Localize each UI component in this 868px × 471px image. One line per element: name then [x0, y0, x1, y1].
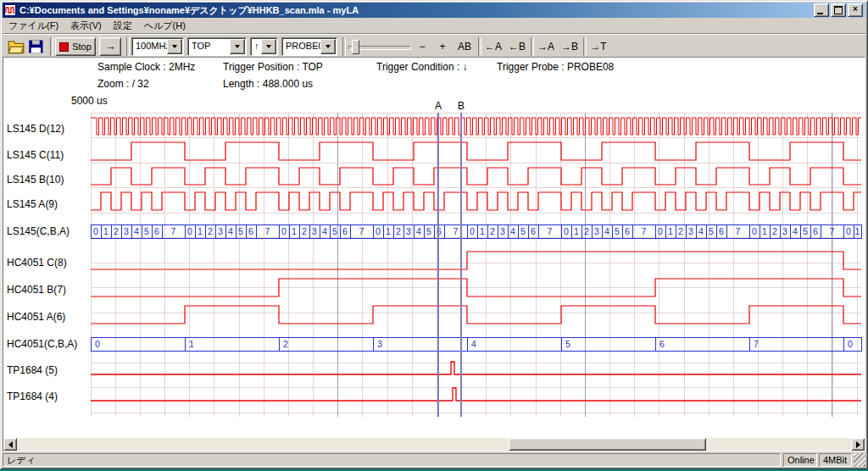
trigger-position-value: TOP [192, 41, 210, 51]
channel-label: HC4051 A(6) [7, 311, 89, 323]
app-window: C:¥Documents and Settings¥noname¥デスクトップ¥… [0, 0, 868, 469]
sample-clock-info: Sample Clock : 2MHz [97, 61, 195, 73]
chevron-down-icon [172, 45, 177, 48]
menu-file[interactable]: ファイル(F) [3, 18, 64, 34]
chevron-down-icon [326, 45, 331, 48]
toolbar-separator [583, 37, 587, 56]
goto-cursor-a-right-button[interactable]: →A [535, 37, 557, 56]
channel-label: TP1684 (4) [7, 391, 89, 402]
trigger-position-info: Trigger Position : TOP [223, 61, 323, 73]
sample-clock-combo[interactable]: 100MHz [131, 37, 184, 56]
length-info: Length : 488.000 us [223, 78, 313, 90]
trigger-edge-value: ↑ [254, 41, 259, 51]
combo-dropdown-button[interactable] [167, 39, 182, 54]
goto-cursor-b-left-button[interactable]: ←B [506, 37, 528, 56]
cursor-b-label[interactable]: B [456, 100, 466, 112]
toolbar-separator [126, 37, 130, 56]
trigger-position-combo[interactable]: TOP [187, 37, 247, 56]
maximize-button[interactable] [831, 3, 846, 17]
trigger-probe-info: Trigger Probe : PROBE08 [497, 61, 614, 73]
zoom-slider[interactable] [348, 37, 411, 56]
timebase-label: 5000 us [71, 95, 108, 107]
close-button[interactable]: × [848, 3, 863, 17]
open-file-icon[interactable] [8, 37, 25, 56]
arrow-left-icon [8, 441, 13, 448]
maximize-icon [834, 6, 843, 14]
goto-cursor-b-right-button[interactable]: →B [559, 37, 581, 56]
channel-label: HC4051 C(8) [7, 257, 89, 269]
scroll-right-button[interactable] [851, 438, 865, 451]
stop-label: Stop [72, 42, 92, 52]
menu-view[interactable]: 表示(V) [64, 18, 108, 34]
arrow-right-icon [856, 441, 860, 448]
chevron-down-icon [266, 45, 271, 48]
trigger-condition-info: Trigger Condition : ↓ [376, 61, 468, 73]
channel-label: LS145 B(10) [7, 174, 89, 186]
toolbar: Stop → 100MHz TOP ↑ PROBE00 − + AB ←A [3, 34, 865, 58]
zoom-out-button[interactable]: − [413, 37, 431, 56]
combo-dropdown-button[interactable] [261, 39, 276, 54]
scroll-left-button[interactable] [3, 438, 17, 451]
chevron-down-icon [235, 45, 240, 48]
cursor-a-label[interactable]: A [433, 100, 443, 112]
trigger-edge-combo[interactable]: ↑ [250, 37, 278, 56]
slider-thumb[interactable] [352, 40, 359, 54]
stop-icon [59, 42, 69, 52]
channel-label: LS145 A(9) [7, 198, 89, 210]
trigger-probe-combo[interactable]: PROBE00 [281, 37, 337, 56]
channel-label: HC4051 B(7) [7, 284, 89, 296]
resize-grip[interactable] [854, 453, 865, 467]
zoom-ab-button[interactable]: AB [453, 37, 476, 56]
goto-trigger-button[interactable]: →T [587, 37, 609, 56]
toolbar-separator [342, 37, 346, 56]
scrollbar-thumb[interactable] [509, 438, 706, 451]
toolbar-separator [478, 37, 481, 56]
run-next-button[interactable]: → [99, 37, 121, 56]
zoom-in-button[interactable]: + [433, 37, 452, 56]
window-title: C:¥Documents and Settings¥noname¥デスクトップ¥… [19, 4, 814, 17]
horizontal-scrollbar[interactable] [3, 438, 865, 451]
stop-button[interactable]: Stop [55, 37, 96, 56]
toolbar-separator [531, 37, 534, 56]
status-ready: レディ [3, 453, 781, 467]
waveform-client-area [3, 57, 865, 452]
channel-label: TP1684 (5) [7, 364, 89, 376]
status-memory: 4MBit [819, 453, 852, 467]
status-online: Online [783, 453, 817, 467]
menu-help[interactable]: ヘルプ(H) [138, 18, 192, 34]
menu-settings[interactable]: 設定 [108, 18, 138, 34]
save-icon[interactable] [28, 37, 45, 56]
channel-label: HC4051(C,B,A) [7, 338, 89, 350]
combo-dropdown-button[interactable] [230, 39, 245, 54]
title-bar: C:¥Documents and Settings¥noname¥デスクトップ¥… [3, 3, 865, 18]
sample-clock-value: 100MHz [136, 41, 170, 51]
minimize-icon [817, 13, 823, 14]
combo-dropdown-button[interactable] [320, 39, 336, 54]
zoom-info: Zoom : / 32 [97, 78, 149, 90]
channel-label: LS145 D(12) [7, 123, 89, 135]
app-icon [4, 4, 16, 16]
goto-cursor-a-left-button[interactable]: ←A [482, 37, 504, 56]
toolbar-separator [50, 37, 53, 56]
menu-bar: ファイル(F) 表示(V) 設定 ヘルプ(H) [3, 18, 865, 34]
channel-label: LS145(C,B,A) [7, 225, 89, 237]
minimize-button[interactable] [814, 3, 829, 17]
channel-label: LS145 C(11) [7, 149, 89, 161]
